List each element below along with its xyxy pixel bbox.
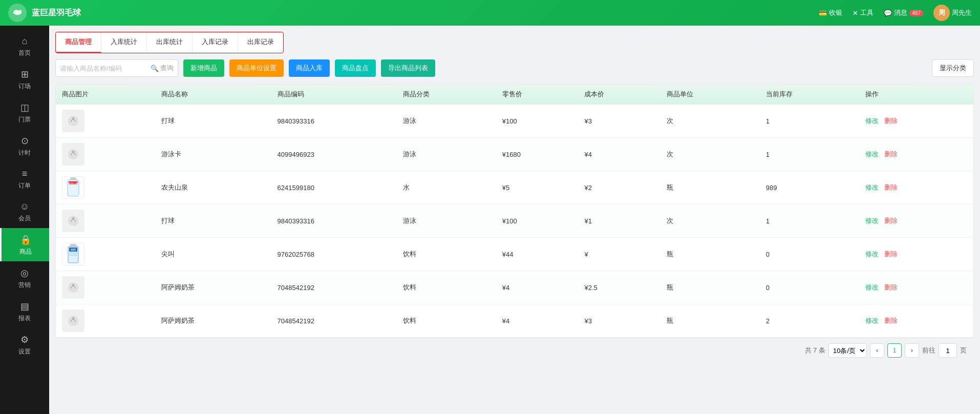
sidebar-item-court[interactable]: ⊞ 订场 [0, 63, 49, 96]
cell-retail-price: ¥100 [496, 204, 579, 238]
svg-text:尖叫: 尖叫 [70, 248, 76, 251]
cell-stock: 1 [760, 138, 859, 171]
sidebar-item-timer[interactable]: ⊙ 计时 [0, 129, 49, 162]
table-row: 阿萨姆奶茶 7048542192 饮料 ¥4 ¥2.5 瓶 0 修改 删除 [56, 271, 973, 304]
delete-button[interactable]: 删除 [884, 217, 898, 224]
tab-inbound-records[interactable]: 入库记录 [193, 32, 238, 53]
message-badge: 487 [909, 10, 923, 16]
cash-action[interactable]: 💳 收银 [819, 8, 842, 17]
table-row: 打球 9840393316 游泳 ¥100 ¥3 次 1 修改 删除 [56, 105, 973, 138]
cell-img: 尖叫 [56, 238, 155, 271]
svg-rect-6 [69, 185, 77, 194]
message-icon: 💬 [884, 9, 892, 17]
edit-button[interactable]: 修改 [865, 217, 879, 224]
tab-outbound-stats[interactable]: 出库统计 [147, 32, 193, 53]
cell-category: 饮料 [397, 238, 496, 271]
cell-code: 9840393316 [271, 204, 397, 238]
tab-inbound-stats[interactable]: 入库统计 [101, 32, 147, 53]
edit-button[interactable]: 修改 [865, 150, 879, 158]
cell-name: 阿萨姆奶茶 [155, 271, 271, 304]
ticket-icon: ◫ [20, 102, 29, 113]
sidebar-item-goods[interactable]: 🔒 商品 [0, 228, 49, 261]
cell-actions: 修改 删除 [859, 238, 973, 271]
messages-action[interactable]: 💬 消息 487 [884, 8, 923, 17]
tab-product-mgmt[interactable]: 商品管理 [56, 32, 101, 53]
inventory-button[interactable]: 商品盘点 [335, 59, 376, 77]
next-page-button[interactable]: › [905, 343, 919, 358]
cell-category: 水 [397, 171, 496, 204]
avatar: 周 [933, 5, 950, 21]
delete-button[interactable]: 删除 [884, 183, 898, 191]
cell-cost-price: ¥4 [578, 138, 661, 171]
table-row: 农夫山泉 农夫山泉 6241599180 水 ¥5 ¥2 瓶 989 修改 删除 [56, 171, 973, 204]
delete-button[interactable]: 删除 [884, 250, 898, 258]
pagination-total: 共 7 条 [805, 346, 825, 355]
tools-action[interactable]: ✕ 工具 [853, 8, 874, 17]
svg-point-0 [72, 117, 74, 119]
cell-retail-price: ¥5 [496, 171, 579, 204]
product-table: 商品图片 商品名称 商品编码 商品分类 零售价 成本价 商品单位 当前库存 操作 [55, 84, 974, 338]
prev-page-button[interactable]: ‹ [870, 343, 884, 358]
page-1-button[interactable]: 1 [887, 343, 902, 358]
cell-stock: 0 [760, 271, 859, 304]
inbound-button[interactable]: 商品入库 [289, 59, 330, 77]
cell-code: 7048542192 [271, 271, 397, 304]
cell-category: 游泳 [397, 204, 496, 238]
edit-button[interactable]: 修改 [865, 250, 879, 258]
sidebar-item-settings[interactable]: ⚙ 设置 [0, 328, 49, 361]
cell-unit: 瓶 [661, 271, 760, 304]
cell-actions: 修改 删除 [859, 304, 973, 338]
export-button[interactable]: 导出商品列表 [381, 59, 435, 77]
tab-outbound-records[interactable]: 出库记录 [238, 32, 283, 53]
product-image: 农夫山泉 [62, 176, 84, 199]
user-action[interactable]: 周 周先生 [933, 5, 972, 21]
edit-button[interactable]: 修改 [865, 317, 879, 324]
search-button[interactable]: 🔍 查询 [151, 64, 174, 73]
sidebar-item-member[interactable]: ☺ 会员 [0, 195, 49, 228]
logo-icon [8, 4, 27, 22]
col-header-unit: 商品单位 [661, 85, 760, 105]
table-row: 打球 9840393316 游泳 ¥100 ¥1 次 1 修改 删除 [56, 204, 973, 238]
svg-point-7 [72, 217, 74, 219]
sidebar-item-order[interactable]: ≡ 订单 [0, 162, 49, 195]
cell-cost-price: ¥2 [578, 171, 661, 204]
cell-category: 游泳 [397, 138, 496, 171]
svg-point-14 [72, 284, 74, 286]
unit-settings-button[interactable]: 商品单位设置 [229, 59, 284, 77]
edit-button[interactable]: 修改 [865, 183, 879, 191]
per-page-select[interactable]: 10条/页 20条/页 50条/页 [828, 343, 867, 358]
sidebar-item-home[interactable]: ⌂ 首页 [0, 30, 49, 63]
cell-img [56, 304, 155, 338]
cell-actions: 修改 删除 [859, 271, 973, 304]
col-header-retail: 零售价 [496, 85, 579, 105]
sidebar-item-marketing[interactable]: ◎ 营销 [0, 261, 49, 295]
settings-icon: ⚙ [20, 334, 29, 345]
edit-button[interactable]: 修改 [865, 283, 879, 291]
cell-name: 打球 [155, 204, 271, 238]
product-image: 尖叫 [62, 243, 84, 265]
delete-button[interactable]: 删除 [884, 150, 898, 158]
cell-cost-price: ¥ [578, 238, 661, 271]
goods-icon: 🔒 [20, 234, 31, 245]
delete-button[interactable]: 删除 [884, 283, 898, 291]
cell-code: 9762025768 [271, 238, 397, 271]
sidebar: ⌂ 首页 ⊞ 订场 ◫ 门票 ⊙ 计时 ≡ 订单 ☺ 会员 🔒 商品 ◎ 营销 [0, 26, 49, 414]
sidebar-item-report[interactable]: ▤ 报表 [0, 295, 49, 328]
sidebar-item-ticket[interactable]: ◫ 门票 [0, 96, 49, 129]
delete-button[interactable]: 删除 [884, 117, 898, 125]
tools-icon: ✕ [853, 9, 858, 17]
display-category-button[interactable]: 显示分类 [932, 59, 974, 77]
delete-button[interactable]: 删除 [884, 317, 898, 324]
edit-button[interactable]: 修改 [865, 117, 879, 125]
col-header-name: 商品名称 [155, 85, 271, 105]
table-header-row: 商品图片 商品名称 商品编码 商品分类 零售价 成本价 商品单位 当前库存 操作 [56, 85, 973, 105]
svg-point-1 [72, 151, 74, 153]
table-row: 尖叫 尖叫 9762025768 饮料 ¥44 ¥ 瓶 0 修改 删除 [56, 238, 973, 271]
table-row: 游泳卡 4099496923 游泳 ¥1680 ¥4 次 1 修改 删除 [56, 138, 973, 171]
cell-stock: 1 [760, 105, 859, 138]
product-image [62, 210, 84, 232]
search-input[interactable] [60, 65, 151, 72]
main-content: 商品管理 入库统计 出库统计 入库记录 出库记录 🔍 查询 新增商品 商品单位设… [49, 26, 980, 414]
goto-page-input[interactable] [939, 343, 957, 358]
add-product-button[interactable]: 新增商品 [183, 59, 224, 77]
